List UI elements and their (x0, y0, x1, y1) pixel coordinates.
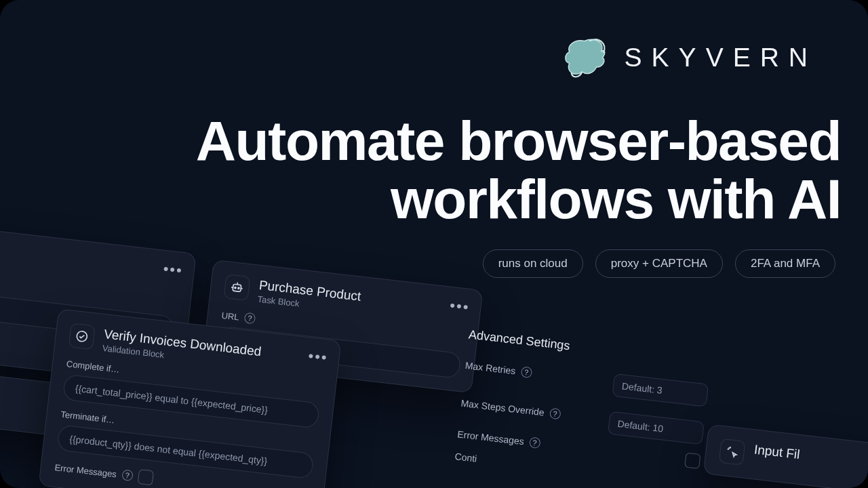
complete-if-label: Complete if… (66, 359, 120, 375)
checkbox[interactable] (137, 469, 153, 485)
headline-line-2: workflows with AI (129, 170, 841, 228)
hero-stage: SKYVERN Automate browser-based workflows… (0, 0, 868, 488)
dragon-icon (561, 34, 608, 81)
terminate-if-label: Terminate if… (60, 409, 115, 426)
headline-line-1: Automate browser-based (129, 112, 841, 170)
url-label: URL (221, 310, 240, 322)
hero-headline: Automate browser-based workflows with AI (129, 112, 841, 228)
max-retries-input[interactable]: Default: 3 (612, 373, 709, 407)
svg-point-3 (76, 331, 87, 342)
panel-advanced-settings: Advanced Settings Max Retries ? Default:… (439, 314, 727, 488)
pill-cloud: runs on cloud (483, 249, 583, 278)
card-verify-invoices: Verify Invoices Downloaded Validation Bl… (38, 308, 341, 488)
error-messages-label: Error Messages (457, 428, 525, 447)
max-steps-label: Max Steps Override (460, 398, 545, 418)
card-title: Input Fil (753, 442, 801, 462)
cursor-click-icon (719, 439, 746, 466)
pill-proxy: proxy + CAPTCHA (595, 249, 723, 278)
svg-point-1 (235, 287, 236, 288)
feature-pill-row: runs on cloud proxy + CAPTCHA 2FA and MF… (483, 249, 835, 278)
help-icon[interactable]: ? (121, 469, 134, 481)
svg-point-2 (238, 287, 239, 289)
help-icon[interactable]: ? (549, 408, 561, 420)
max-retries-label: Max Retries (465, 360, 516, 376)
check-circle-icon (68, 323, 96, 350)
help-icon[interactable]: ? (520, 366, 532, 378)
card-input-filter: Input Fil (703, 424, 868, 488)
robot-icon (224, 274, 251, 301)
help-icon[interactable]: ? (244, 312, 256, 325)
more-icon[interactable]: ••• (307, 347, 329, 367)
svg-rect-0 (233, 284, 241, 291)
error-messages-label: Error Messages (54, 462, 117, 479)
more-icon[interactable]: ••• (449, 297, 471, 317)
brand-wordmark: SKYVERN (625, 43, 817, 73)
continue-label-fragment: Conti (454, 451, 477, 464)
pill-2fa: 2FA and MFA (735, 249, 835, 278)
help-icon[interactable]: ? (529, 436, 541, 449)
checkbox[interactable] (684, 453, 701, 469)
brand: SKYVERN (561, 34, 817, 81)
more-icon[interactable]: ••• (162, 260, 184, 280)
max-steps-input[interactable]: Default: 10 (608, 411, 705, 445)
